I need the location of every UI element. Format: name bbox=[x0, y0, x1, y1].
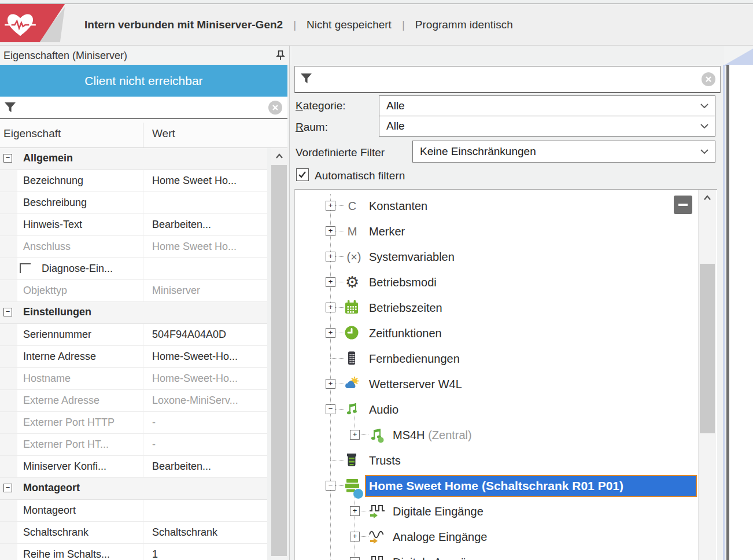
chevron-down-icon bbox=[700, 103, 709, 109]
scroll-up-arrow-icon[interactable] bbox=[271, 148, 287, 164]
expand-plus-icon[interactable] bbox=[326, 226, 335, 236]
chevron-down-icon bbox=[700, 123, 709, 129]
filter-funnel-icon bbox=[300, 73, 312, 84]
periphery-tree: C Konstanten M Merker (×) Systemvariable… bbox=[294, 189, 717, 560]
table-row[interactable]: Hostname Home-Sweet-Ho... bbox=[0, 368, 267, 390]
window-top-strip bbox=[0, 0, 753, 4]
expand-plus-icon[interactable] bbox=[350, 506, 360, 516]
status-program: Programm identisch bbox=[415, 19, 513, 31]
selected-tree-row[interactable]: Home Sweet Home (Schaltschrank R01 P01) bbox=[365, 475, 697, 497]
tree-item-trusts[interactable]: Trusts bbox=[295, 448, 700, 473]
banner-text: Client nicht erreichbar bbox=[84, 74, 202, 88]
expand-minus-icon[interactable] bbox=[326, 404, 335, 414]
tree-item-home-sweet-home[interactable]: Home Sweet Home (Schaltschrank R01 P01) bbox=[295, 473, 700, 499]
table-row[interactable]: Schaltschrank Schaltschrank bbox=[0, 522, 267, 544]
scroll-up-arrow-icon[interactable] bbox=[699, 190, 716, 205]
table-row[interactable]: Externe Adresse Loxone-MiniServ... bbox=[0, 390, 267, 412]
system-variable-icon: (×) bbox=[344, 249, 364, 265]
tree-item-betriebsmodi[interactable]: Betriebsmodi bbox=[295, 270, 700, 295]
letter-m-icon: M bbox=[344, 223, 360, 240]
tree-item-ms4h[interactable]: MS4H (Zentral) bbox=[295, 422, 700, 448]
column-header-value: Wert bbox=[152, 127, 175, 140]
expand-minus-icon[interactable] bbox=[326, 481, 335, 491]
heart-pulse-icon bbox=[5, 12, 36, 38]
table-row[interactable]: Beschreibung bbox=[0, 192, 267, 214]
status-separator: | bbox=[293, 19, 296, 31]
table-row[interactable]: Reihe im Schalts... 1 bbox=[0, 544, 267, 560]
checkmark-icon bbox=[298, 171, 307, 179]
table-row[interactable]: Externer Port HT... - bbox=[0, 434, 267, 456]
table-row[interactable]: Externer Port HTTP - bbox=[0, 412, 267, 434]
expand-plus-icon[interactable] bbox=[326, 277, 335, 287]
expand-plus-icon[interactable] bbox=[326, 201, 335, 211]
tree-item-analoge-eingaenge[interactable]: Analoge Eingänge bbox=[295, 524, 700, 550]
workspace-page bbox=[729, 65, 753, 560]
table-row[interactable]: Montageort bbox=[0, 500, 267, 522]
raum-label: Raum: bbox=[296, 121, 328, 134]
status-connected: Intern verbunden mit Miniserver-Gen2 bbox=[84, 19, 283, 31]
expand-plus-icon[interactable] bbox=[350, 430, 360, 440]
properties-filter-input[interactable] bbox=[0, 97, 287, 119]
kategorie-label: Kategorie: bbox=[296, 100, 346, 112]
section-row-allgemein[interactable]: Allgemein bbox=[0, 148, 267, 170]
collapse-all-button[interactable] bbox=[674, 196, 692, 214]
properties-table: Allgemein Bezeichnung Home Sweet Ho... B… bbox=[0, 148, 267, 560]
table-row[interactable]: Anschluss Home Sweet Ho... bbox=[0, 236, 267, 258]
trust-shield-icon bbox=[344, 452, 360, 469]
table-row[interactable]: Diagnose-Ein... bbox=[0, 258, 267, 280]
tree-item-wetterserver[interactable]: Wetterserver W4L bbox=[295, 371, 700, 397]
online-status-dot bbox=[353, 489, 363, 499]
filter-funnel-icon bbox=[4, 102, 16, 113]
table-row[interactable]: Interne Adresse Home-Sweet-Ho... bbox=[0, 346, 267, 368]
filter-clear-button[interactable] bbox=[702, 72, 715, 86]
expand-plus-icon[interactable] bbox=[326, 252, 335, 261]
table-row[interactable]: Objekttyp Miniserver bbox=[0, 280, 267, 302]
branch-corner-icon bbox=[20, 263, 31, 273]
tree-item-konstanten[interactable]: C Konstanten bbox=[295, 193, 700, 219]
expand-plus-icon[interactable] bbox=[326, 328, 335, 338]
collapse-minus-icon[interactable] bbox=[3, 484, 12, 492]
digital-output-icon bbox=[368, 554, 385, 560]
tree-item-digitale-eingaenge[interactable]: Digitale Eingänge bbox=[295, 499, 700, 524]
section-row-einstellungen[interactable]: Einstellungen bbox=[0, 302, 267, 324]
weather-sun-cloud-icon bbox=[344, 376, 360, 392]
expand-plus-icon[interactable] bbox=[350, 557, 360, 560]
tree-item-systemvariablen[interactable]: (×) Systemvariablen bbox=[295, 244, 700, 270]
ms4h-suffix: (Zentral) bbox=[425, 429, 472, 441]
tree-item-betriebszeiten[interactable]: Betriebszeiten bbox=[295, 295, 700, 320]
pin-icon[interactable] bbox=[275, 50, 286, 61]
scrollbar-thumb[interactable] bbox=[271, 165, 287, 556]
properties-scrollbar[interactable] bbox=[271, 148, 287, 560]
raum-dropdown[interactable]: Alle bbox=[379, 116, 715, 137]
tree-item-digitale-ausgaenge[interactable]: Digitale Ausgänge bbox=[295, 550, 700, 560]
expand-plus-icon[interactable] bbox=[326, 379, 335, 389]
music-note-icon bbox=[344, 401, 360, 418]
table-row[interactable]: Seriennummer 504F94A04A0D bbox=[0, 324, 267, 346]
table-row[interactable]: Hinweis-Text Bearbeiten... bbox=[0, 214, 267, 236]
auto-filter-checkbox[interactable] bbox=[296, 168, 309, 181]
table-row[interactable]: Miniserver Konfi... Bearbeiten... bbox=[0, 456, 267, 478]
tree-item-merker[interactable]: M Merker bbox=[295, 219, 700, 244]
expand-plus-icon[interactable] bbox=[350, 532, 360, 541]
table-row[interactable]: Bezeichnung Home Sweet Ho... bbox=[0, 170, 267, 192]
filter-clear-button[interactable] bbox=[268, 101, 282, 115]
section-row-montageort[interactable]: Montageort bbox=[0, 478, 267, 500]
expand-plus-icon[interactable] bbox=[326, 303, 335, 312]
kategorie-dropdown[interactable]: Alle bbox=[379, 95, 715, 116]
collapse-minus-icon[interactable] bbox=[3, 308, 12, 316]
gear-icon bbox=[344, 274, 360, 290]
tree-item-audio[interactable]: Audio bbox=[295, 397, 700, 422]
column-divider[interactable] bbox=[143, 123, 143, 148]
tree-item-fernbedienungen[interactable]: Fernbedienungen bbox=[295, 346, 700, 371]
collapse-minus-icon[interactable] bbox=[3, 154, 12, 163]
properties-panel-title: Eigenschaften (Miniserver) bbox=[3, 50, 127, 62]
auto-filter-label: Automatisch filtern bbox=[315, 170, 405, 182]
status-unsaved: Nicht gespeichert bbox=[307, 19, 392, 31]
periphery-filter-input[interactable] bbox=[294, 66, 721, 93]
panel-divider[interactable] bbox=[289, 46, 290, 560]
vordefinierte-filter-label: Vordefinierte Filter bbox=[296, 146, 385, 159]
vordefinierte-filter-dropdown[interactable]: Keine Einschränkungen bbox=[412, 141, 715, 163]
scrollbar-thumb[interactable] bbox=[700, 264, 715, 433]
tree-item-zeitfunktionen[interactable]: Zeitfunktionen bbox=[295, 320, 700, 346]
tree-scrollbar[interactable] bbox=[698, 190, 716, 560]
